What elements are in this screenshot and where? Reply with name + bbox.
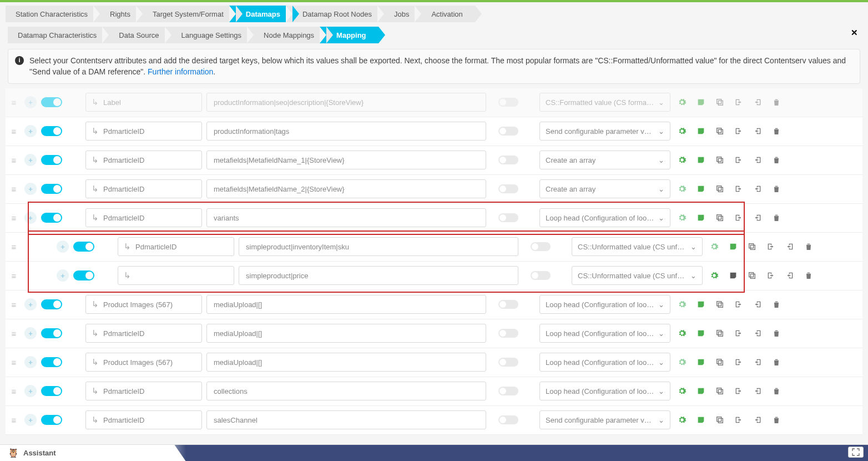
note-button[interactable] (694, 413, 708, 427)
copy-button[interactable] (713, 182, 727, 196)
target-key-input[interactable]: mediaUpload|[] (206, 353, 486, 372)
add-row-button[interactable]: + (24, 298, 37, 310)
add-row-button[interactable]: + (24, 125, 37, 137)
format-select[interactable]: Loop head (Configuration of loop va ⌄ (539, 208, 670, 227)
attribute-input[interactable]: ↳ Product Images (567) (85, 295, 202, 314)
attribute-input[interactable]: ↳ PdmarticleID (85, 151, 202, 169)
enable-toggle[interactable] (41, 328, 62, 338)
add-row-button[interactable]: + (24, 385, 37, 397)
add-row-button[interactable]: + (24, 327, 37, 339)
note-button[interactable] (694, 297, 708, 312)
target-key-input[interactable]: productInformation|tags (206, 122, 486, 141)
add-row-button[interactable]: + (57, 269, 69, 282)
enable-toggle[interactable] (41, 155, 62, 165)
enable-toggle[interactable] (41, 184, 62, 194)
settings-button[interactable] (675, 326, 689, 340)
note-button[interactable] (694, 211, 708, 225)
attribute-input[interactable]: ↳ PdmarticleID (85, 324, 202, 343)
format-select[interactable]: Loop head (Configuration of loop va ⌄ (539, 295, 670, 314)
import-button[interactable] (750, 384, 765, 398)
delete-button[interactable] (769, 182, 784, 196)
settings-button[interactable] (675, 413, 689, 427)
secondary-toggle[interactable] (498, 329, 518, 338)
settings-button[interactable] (707, 268, 721, 283)
target-key-input[interactable]: mediaUpload|[] (206, 324, 486, 343)
settings-button[interactable] (675, 355, 689, 369)
sub-tab-0[interactable]: Datamap Characteristics (8, 27, 109, 43)
secondary-toggle[interactable] (531, 242, 551, 251)
note-button[interactable] (726, 268, 740, 283)
target-key-input[interactable]: productInformation|seo|description|{Stor… (206, 93, 486, 112)
add-row-button[interactable]: + (57, 240, 69, 253)
target-key-input[interactable]: simpleproduct|inventoryItem|sku (239, 237, 518, 256)
copy-button[interactable] (713, 297, 727, 312)
copy-button[interactable] (713, 384, 727, 398)
secondary-toggle[interactable] (498, 98, 518, 107)
import-button[interactable] (750, 355, 765, 369)
settings-button[interactable] (675, 95, 689, 109)
drag-handle-icon[interactable]: ≡ (8, 127, 20, 136)
add-row-button[interactable]: + (24, 96, 37, 108)
format-select[interactable]: CS::Unformatted value (CS unforma ⌄ (572, 237, 703, 256)
add-row-button[interactable]: + (24, 183, 37, 195)
attribute-input[interactable]: ↳ Product Images (567) (85, 353, 202, 372)
fullscreen-button[interactable] (848, 447, 864, 458)
delete-button[interactable] (769, 95, 784, 109)
format-select[interactable]: Send configurable parameter value ⌄ (539, 410, 670, 429)
enable-toggle[interactable] (41, 126, 62, 136)
secondary-toggle[interactable] (498, 358, 518, 367)
drag-handle-icon[interactable]: ≡ (8, 184, 20, 194)
export-button[interactable] (731, 326, 746, 340)
enable-toggle[interactable] (41, 415, 62, 425)
copy-button[interactable] (713, 413, 727, 427)
format-select[interactable]: Create an array ⌄ (539, 151, 670, 169)
copy-button[interactable] (713, 124, 727, 138)
drag-handle-icon[interactable]: ≡ (8, 213, 20, 223)
copy-button[interactable] (713, 95, 727, 109)
export-button[interactable] (731, 384, 746, 398)
note-button[interactable] (694, 182, 708, 196)
attribute-input[interactable]: ↳ PdmarticleID (85, 122, 202, 141)
attribute-input[interactable]: ↳ (118, 266, 234, 285)
settings-button[interactable] (675, 153, 689, 167)
delete-button[interactable] (769, 211, 784, 225)
enable-toggle[interactable] (73, 270, 94, 280)
format-select[interactable]: Create an array ⌄ (539, 179, 670, 198)
export-button[interactable] (731, 95, 746, 109)
close-icon[interactable]: ✕ (851, 28, 858, 38)
attribute-input[interactable]: ↳ PdmarticleID (118, 237, 234, 256)
enable-toggle[interactable] (41, 299, 62, 309)
secondary-toggle[interactable] (498, 184, 518, 193)
add-row-button[interactable]: + (24, 356, 37, 368)
export-button[interactable] (731, 153, 746, 167)
target-key-input[interactable]: metafields|MetafieldName_2|{StoreView} (206, 179, 486, 198)
enable-toggle[interactable] (41, 386, 62, 396)
import-button[interactable] (750, 211, 765, 225)
attribute-input[interactable]: ↳ Label (85, 93, 202, 112)
import-button[interactable] (750, 124, 765, 138)
target-key-input[interactable]: salesChannel (206, 410, 486, 429)
drag-handle-icon[interactable]: ≡ (8, 156, 20, 165)
note-button[interactable] (694, 326, 708, 340)
add-row-button[interactable]: + (24, 154, 37, 166)
settings-button[interactable] (675, 182, 689, 196)
attribute-input[interactable]: ↳ PdmarticleID (85, 382, 202, 400)
import-button[interactable] (750, 413, 765, 427)
attribute-input[interactable]: ↳ PdmarticleID (85, 179, 202, 198)
enable-toggle[interactable] (41, 97, 62, 107)
delete-button[interactable] (801, 268, 816, 283)
attribute-input[interactable]: ↳ PdmarticleID (85, 208, 202, 227)
secondary-toggle[interactable] (498, 415, 518, 424)
import-button[interactable] (783, 268, 797, 283)
secondary-toggle[interactable] (498, 213, 518, 222)
delete-button[interactable] (769, 384, 784, 398)
add-row-button[interactable]: + (24, 414, 37, 426)
delete-button[interactable] (769, 153, 784, 167)
export-button[interactable] (731, 182, 746, 196)
settings-button[interactable] (675, 297, 689, 312)
import-button[interactable] (750, 326, 765, 340)
note-button[interactable] (694, 95, 708, 109)
delete-button[interactable] (769, 124, 784, 138)
copy-button[interactable] (713, 211, 727, 225)
note-button[interactable] (726, 239, 740, 254)
